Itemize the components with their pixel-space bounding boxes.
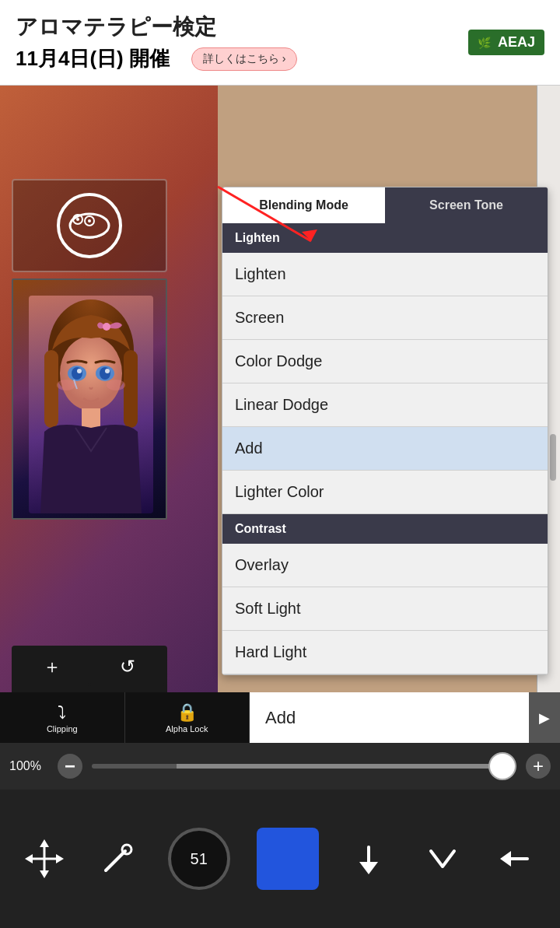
opacity-percent: 100% <box>9 759 48 773</box>
blend-item-color-dodge-label: Color Dodge <box>235 352 322 369</box>
transform-icon <box>21 835 68 882</box>
chevron-down-icon <box>419 835 466 882</box>
tab-screen-tone[interactable]: Screen Tone <box>385 187 548 223</box>
layer-thumbnail <box>12 278 167 520</box>
svg-marker-23 <box>40 870 49 878</box>
svg-marker-24 <box>25 854 33 863</box>
blend-item-lighten[interactable]: Lighten <box>222 253 548 296</box>
svg-point-17 <box>57 380 75 390</box>
blend-item-add-label: Add <box>235 439 263 457</box>
tab-blending-mode[interactable]: Blending Mode <box>222 187 385 223</box>
color-swatch[interactable] <box>257 828 319 890</box>
blend-item-lighten-label: Lighten <box>235 265 286 282</box>
clipping-button[interactable]: ⤵ Clipping <box>0 692 125 743</box>
plus-icon: + <box>533 755 544 777</box>
blend-tabs: Blending Mode Screen Tone <box>222 187 548 223</box>
svg-point-13 <box>77 369 82 373</box>
opacity-track[interactable] <box>92 764 516 769</box>
category-lighten: Lighten <box>222 223 548 253</box>
svg-point-5 <box>88 219 91 222</box>
svg-point-27 <box>122 845 131 854</box>
alpha-lock-button[interactable]: 🔒 Alpha Lock <box>125 692 250 743</box>
character-art <box>29 296 153 513</box>
transform-nav-button[interactable] <box>21 835 68 882</box>
logo-text: AEAJ <box>498 34 535 50</box>
current-blend-display: Add <box>250 692 529 743</box>
flip-icon: ↺ <box>120 656 135 678</box>
svg-point-16 <box>105 369 110 373</box>
logo-area <box>12 179 167 272</box>
down-nav-button[interactable] <box>345 835 392 882</box>
blend-item-lighter-color-label: Lighter Color <box>235 483 324 500</box>
brush-size-label: 51 <box>191 850 208 868</box>
back-nav-button[interactable] <box>492 835 539 882</box>
opacity-minus-button[interactable]: − <box>58 754 82 779</box>
current-blend-label: Add <box>265 708 296 728</box>
alpha-lock-icon: 🔒 <box>177 702 198 723</box>
svg-marker-25 <box>56 854 64 863</box>
svg-point-18 <box>107 380 125 390</box>
color-swatch-button[interactable] <box>257 828 319 890</box>
blend-item-add[interactable]: Add <box>222 427 548 471</box>
app-nav-bar: 51 <box>0 790 560 928</box>
scroll-indicator <box>550 434 556 481</box>
chevron-nav-button[interactable] <box>419 835 466 882</box>
clipping-label: Clipping <box>47 724 78 734</box>
brush-nav-button[interactable] <box>94 835 141 882</box>
svg-point-15 <box>100 367 110 380</box>
svg-marker-29 <box>359 862 378 874</box>
blend-arrow-icon: ▶ <box>539 709 550 727</box>
opacity-bar: 100% − + <box>0 743 560 790</box>
back-arrow-icon <box>492 835 539 882</box>
brush-icon <box>94 835 141 882</box>
svg-point-12 <box>72 367 82 380</box>
blend-item-screen[interactable]: Screen <box>222 296 548 340</box>
clipping-icon: ⤵ <box>58 702 66 723</box>
ad-title-line1: アロマテラピー検定 <box>16 12 453 42</box>
brush-circle: 51 <box>168 828 230 890</box>
svg-marker-31 <box>500 851 511 867</box>
ad-content: アロマテラピー検定 11月4日(日) 開催 詳しくはこちら › <box>16 12 453 72</box>
blend-item-hard-light[interactable]: Hard Light <box>222 631 548 674</box>
blend-item-overlay-label: Overlay <box>235 556 289 573</box>
svg-point-10 <box>103 323 110 331</box>
layer-panel <box>12 179 206 520</box>
blend-item-linear-dodge[interactable]: Linear Dodge <box>222 383 548 427</box>
opacity-plus-button[interactable]: + <box>526 754 551 779</box>
minus-icon: − <box>65 755 75 777</box>
category-contrast: Contrast <box>222 514 548 544</box>
blend-mode-panel: Blending Mode Screen Tone Lighten Lighte… <box>222 187 548 675</box>
bottom-toolbar: ⤵ Clipping 🔒 Alpha Lock Add ▶ <box>0 692 560 743</box>
logo-svg <box>35 187 144 264</box>
opacity-thumb[interactable] <box>488 752 516 780</box>
ad-detail-button[interactable]: 詳しくはこちら › <box>191 47 298 71</box>
blend-item-hard-light-label: Hard Light <box>235 643 306 660</box>
add-layer-button[interactable]: ＋ <box>15 649 89 684</box>
blend-item-soft-light[interactable]: Soft Light <box>222 587 548 631</box>
blend-item-lighter-color[interactable]: Lighter Color <box>222 471 548 514</box>
blend-item-color-dodge[interactable]: Color Dodge <box>222 340 548 383</box>
brush-size-button[interactable]: 51 <box>168 828 230 890</box>
plus-icon: ＋ <box>43 654 61 679</box>
blend-item-overlay[interactable]: Overlay <box>222 544 548 587</box>
ad-title-line2: 11月4日(日) 開催 <box>16 45 170 72</box>
svg-rect-9 <box>124 350 138 428</box>
blend-item-linear-dodge-label: Linear Dodge <box>235 396 328 413</box>
alpha-lock-label: Alpha Lock <box>166 724 208 734</box>
svg-marker-22 <box>40 839 49 847</box>
blend-item-soft-light-label: Soft Light <box>235 600 301 617</box>
svg-rect-8 <box>44 350 58 428</box>
blend-item-screen-label: Screen <box>235 309 284 326</box>
ad-logo-area: 🌿 AEAJ <box>453 30 544 55</box>
logo-leaf-icon: 🌿 <box>478 37 491 49</box>
ad-banner: アロマテラピー検定 11月4日(日) 開催 詳しくはこちら › 🌿 AEAJ <box>0 0 560 86</box>
flip-button[interactable]: ↺ <box>90 649 164 684</box>
svg-point-3 <box>76 218 79 221</box>
ad-logo: 🌿 AEAJ <box>468 30 544 55</box>
svg-line-26 <box>106 851 125 870</box>
down-arrow-icon <box>345 835 392 882</box>
character-svg <box>29 296 153 513</box>
blend-arrow-button[interactable]: ▶ <box>529 692 560 743</box>
